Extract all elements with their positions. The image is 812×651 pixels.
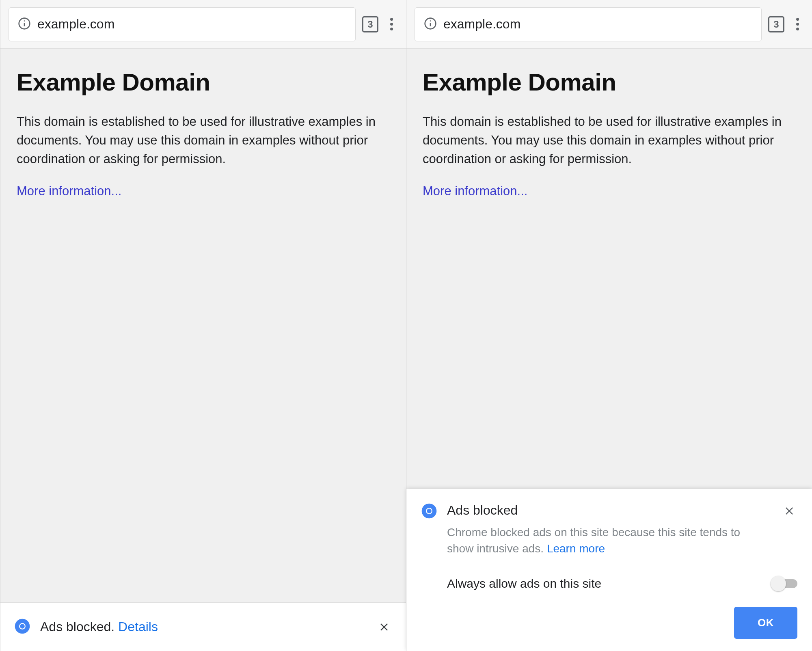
page-body: This domain is established to be used fo… xyxy=(423,112,796,168)
snackbar-close-button[interactable] xyxy=(376,619,392,635)
snackbar-text: Ads blocked. Details xyxy=(40,619,366,634)
ads-blocked-card: Ads blocked Chrome blocked ads on this s… xyxy=(406,489,812,651)
url-text[interactable]: example.com xyxy=(37,17,114,32)
omnibox[interactable]: example.com xyxy=(415,7,762,41)
overflow-menu-icon[interactable] xyxy=(385,16,398,32)
ads-card-title: Ads blocked xyxy=(447,503,747,518)
ads-blocked-snackbar: Ads blocked. Details xyxy=(0,602,406,651)
toolbar: example.com 3 xyxy=(0,0,406,49)
allow-ads-row: Always allow ads on this site xyxy=(421,557,797,607)
browser-pane-left: example.com 3 Example Domain This domain… xyxy=(0,0,406,651)
tab-switcher[interactable]: 3 xyxy=(362,16,378,32)
page-content: Example Domain This domain is establishe… xyxy=(0,49,406,602)
url-text[interactable]: example.com xyxy=(443,17,520,32)
svg-point-13 xyxy=(427,509,432,513)
site-info-icon[interactable] xyxy=(18,17,31,32)
tab-switcher[interactable]: 3 xyxy=(768,16,784,32)
svg-point-2 xyxy=(24,20,25,22)
svg-point-5 xyxy=(20,624,25,629)
site-info-icon[interactable] xyxy=(424,17,437,32)
svg-point-10 xyxy=(430,20,431,22)
ads-card-close-button[interactable] xyxy=(781,503,797,519)
page-body: This domain is established to be used fo… xyxy=(17,112,390,168)
ads-card-body: Chrome blocked ads on this site because … xyxy=(447,524,747,557)
allow-ads-label: Always allow ads on this site xyxy=(447,577,771,591)
learn-more-link[interactable]: Learn more xyxy=(547,542,605,555)
browser-pane-right: example.com 3 Example Domain This domain… xyxy=(406,0,812,651)
more-information-link[interactable]: More information... xyxy=(17,184,121,198)
more-information-link[interactable]: More information... xyxy=(423,184,527,198)
snackbar-message: Ads blocked. xyxy=(40,619,114,634)
chrome-icon xyxy=(421,503,437,521)
chrome-icon xyxy=(14,618,30,636)
omnibox[interactable]: example.com xyxy=(9,7,356,41)
page-title: Example Domain xyxy=(17,68,390,96)
ok-button[interactable]: OK xyxy=(734,607,797,639)
allow-ads-toggle[interactable] xyxy=(771,576,797,591)
page-title: Example Domain xyxy=(423,68,796,96)
tab-count-value: 3 xyxy=(773,19,779,30)
overflow-menu-icon[interactable] xyxy=(791,16,804,32)
toolbar: example.com 3 xyxy=(406,0,812,49)
snackbar-details-link[interactable]: Details xyxy=(118,619,158,634)
tab-count-value: 3 xyxy=(367,19,373,30)
